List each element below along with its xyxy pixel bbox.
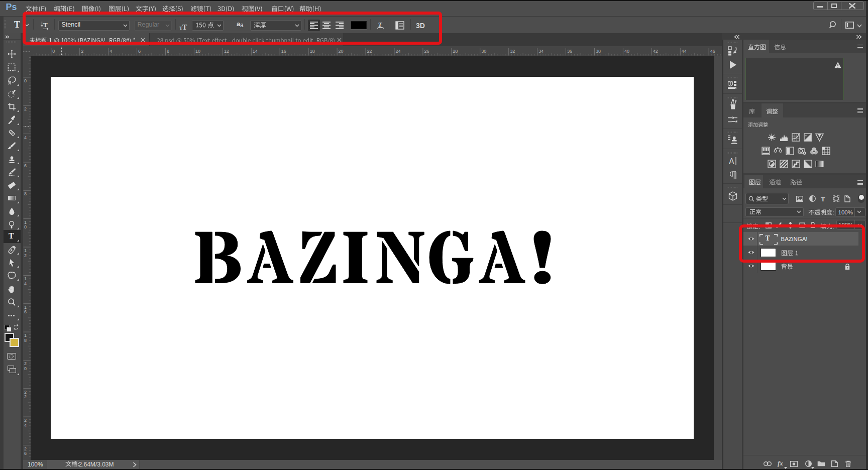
svg-text:A: A	[729, 157, 734, 166]
